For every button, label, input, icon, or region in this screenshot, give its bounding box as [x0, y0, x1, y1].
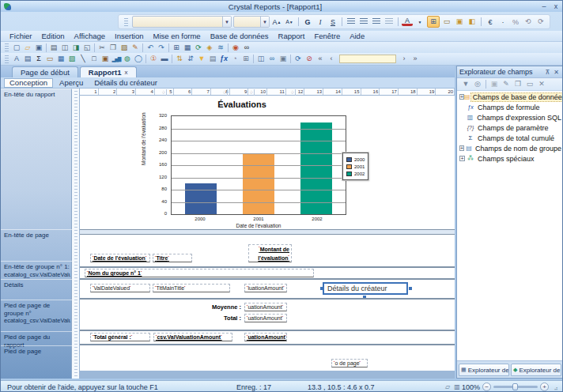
insert-box-icon[interactable]: □: [89, 55, 100, 64]
font-family-select[interactable]: ▼: [132, 16, 232, 28]
decrease-decimals-icon[interactable]: ⟳: [535, 17, 546, 27]
font-size-select[interactable]: ▼: [233, 16, 270, 28]
grow-font-button[interactable]: A▲: [271, 16, 282, 28]
grand-total-label[interactable]: Total général :: [90, 333, 150, 341]
menu-item-mise-en-forme[interactable]: Mise en forme: [149, 32, 204, 40]
insert-line-icon[interactable]: ╲: [77, 55, 89, 64]
menu-item-aide[interactable]: Aide: [346, 32, 368, 40]
next-page-icon[interactable]: ›: [399, 55, 410, 64]
group-tree-icon[interactable]: ⊞: [171, 43, 182, 52]
close-panel-icon[interactable]: ✕: [552, 69, 561, 76]
tree-item-3[interactable]: {?}Champs de paramètre: [457, 122, 563, 133]
find-icon[interactable]: ∞: [241, 43, 252, 52]
toolbar-grip[interactable]: [5, 43, 9, 51]
undo-icon[interactable]: ↶: [145, 43, 156, 52]
zoom-out-button[interactable]: −: [482, 383, 491, 391]
grand-total-field-2[interactable]: uationAmount: [244, 333, 287, 341]
tree-item-1[interactable]: ƒxChamps de formule: [457, 102, 563, 112]
copy-icon[interactable]: ❐: [108, 43, 119, 52]
database-expert-icon[interactable]: ≋: [215, 43, 226, 52]
print-preview-icon[interactable]: ◫: [59, 43, 70, 52]
zoom-slider[interactable]: [493, 386, 538, 388]
menu-item-fen-tre[interactable]: Fenêtre: [310, 32, 344, 40]
align-left-button[interactable]: [346, 16, 357, 28]
selected-text-object[interactable]: Détails du créateur: [323, 282, 408, 295]
details-field-2[interactable]: TitMainTitle: [153, 284, 230, 292]
print-icon[interactable]: ▤: [48, 43, 59, 52]
zoom-in-button[interactable]: +: [540, 383, 549, 391]
thousands-button[interactable]: ·: [497, 16, 508, 28]
first-page-icon[interactable]: «: [315, 55, 326, 64]
insert-ole-icon[interactable]: ▣: [100, 55, 111, 64]
toolbar-grip[interactable]: [124, 18, 128, 26]
section-label-1[interactable]: En-tête de page: [1, 229, 72, 261]
grand-total-field-1[interactable]: csv.ValValuationAmount: [153, 333, 232, 341]
group-header-band[interactable]: Nom du groupe n° 1: [80, 268, 455, 278]
tab-field-explorer[interactable]: ▦Explorateur de ...: [459, 364, 509, 376]
insert-field-icon[interactable]: ▤: [22, 55, 33, 64]
section-label-6[interactable]: Pied de page: [1, 345, 72, 379]
expand-icon[interactable]: +: [459, 156, 465, 161]
insert-map-icon[interactable]: ◍: [122, 55, 133, 64]
save-icon[interactable]: ▣: [33, 43, 44, 52]
hyperlink-icon[interactable]: ∞: [266, 55, 278, 64]
tab-rapport1[interactable]: Rapport1x: [80, 66, 137, 77]
status-layout-icon[interactable]: ▱: [443, 383, 452, 390]
last-page-icon[interactable]: »: [410, 55, 421, 64]
bold-button[interactable]: G: [302, 16, 313, 28]
insert-summary-icon[interactable]: Σ: [33, 55, 44, 64]
shrink-font-button[interactable]: A▼: [284, 16, 295, 28]
group-name-field[interactable]: Nom du groupe n° 1: [85, 269, 314, 277]
total-field[interactable]: uationAmount: [244, 314, 287, 322]
suppress-icon[interactable]: ▭: [441, 17, 452, 27]
close-tab-icon[interactable]: x: [125, 69, 128, 76]
menu-item-insertion[interactable]: Insertion: [111, 32, 147, 40]
paste-icon[interactable]: ▨: [119, 43, 130, 52]
insert-chart-icon[interactable]: ▂▅▇: [111, 55, 122, 64]
menu-item-edition[interactable]: Edition: [38, 32, 69, 40]
insert-special-field-icon[interactable]: ▦: [55, 55, 66, 64]
percent-button[interactable]: %: [510, 16, 521, 28]
pin-icon[interactable]: ⊼: [543, 69, 552, 76]
menu-item-fichier[interactable]: Fichier: [6, 32, 36, 40]
tab-start-page[interactable]: Page de début: [12, 66, 78, 77]
increase-decimals-icon[interactable]: ⟲: [523, 17, 534, 27]
page-header-col2[interactable]: Titre: [153, 254, 192, 262]
details-field-3[interactable]: luationAmount: [244, 284, 287, 292]
chevron-down-icon[interactable]: ▼: [260, 17, 269, 27]
page-header-band[interactable]: Date de l'évaluation Titre Montant de l'…: [80, 235, 455, 266]
page-indicator-box[interactable]: [339, 55, 396, 63]
show-field-icon[interactable]: ▼: [460, 80, 471, 89]
chart-object[interactable]: Évaluations Montant de l'évaluation 0408…: [131, 100, 388, 228]
report-header-band[interactable]: Évaluations Montant de l'évaluation 0408…: [80, 96, 455, 229]
duplicate-field-icon[interactable]: ❐: [512, 80, 523, 89]
stop-icon[interactable]: ⊘: [304, 55, 315, 64]
average-field[interactable]: uationAmount: [244, 303, 287, 311]
tree-item-4[interactable]: ΣChamps de total cumulé: [457, 133, 563, 143]
rename-field-icon[interactable]: ▭: [524, 80, 535, 89]
highlighting-icon[interactable]: ◔: [229, 55, 240, 64]
refresh-icon[interactable]: ⟳: [293, 55, 304, 64]
status-grid-icon[interactable]: ▥: [452, 383, 462, 390]
section-expert-icon[interactable]: ▤: [207, 55, 218, 64]
selection-handle[interactable]: [320, 287, 323, 290]
page-footer-band[interactable]: o de page: [80, 345, 455, 371]
tab-apercu[interactable]: Aperçu: [55, 78, 88, 88]
minimize-button[interactable]: –: [539, 2, 549, 10]
details-band[interactable]: ValDateValued TitMainTitle luationAmount…: [80, 280, 455, 298]
refresh-data-icon[interactable]: ⟳: [193, 43, 204, 52]
font-color-button[interactable]: A: [402, 18, 413, 26]
section-label-4[interactable]: Pied de page de groupe n°ecatalog_csv.Va…: [1, 300, 72, 331]
format-painter-icon[interactable]: ✎: [130, 43, 141, 52]
details-field-1[interactable]: ValDateValued: [90, 284, 150, 292]
font-color-dropdown[interactable]: ▼: [414, 16, 425, 28]
page-header-col3[interactable]: Montant de l'évaluation: [248, 244, 292, 262]
average-label[interactable]: Moyenne :: [208, 303, 241, 311]
page-number-field[interactable]: o de page: [331, 359, 368, 368]
tree-item-5[interactable]: +▤Champs de nom de groupe: [457, 143, 563, 153]
formula-workshop-icon[interactable]: ƒx: [218, 55, 229, 64]
group-expert-icon[interactable]: ①: [148, 55, 159, 64]
tree-item-6[interactable]: +⁂Champs spéciaux: [457, 153, 563, 164]
cut-icon[interactable]: ✂: [96, 43, 108, 52]
datasource-icon[interactable]: ◈: [204, 43, 215, 52]
